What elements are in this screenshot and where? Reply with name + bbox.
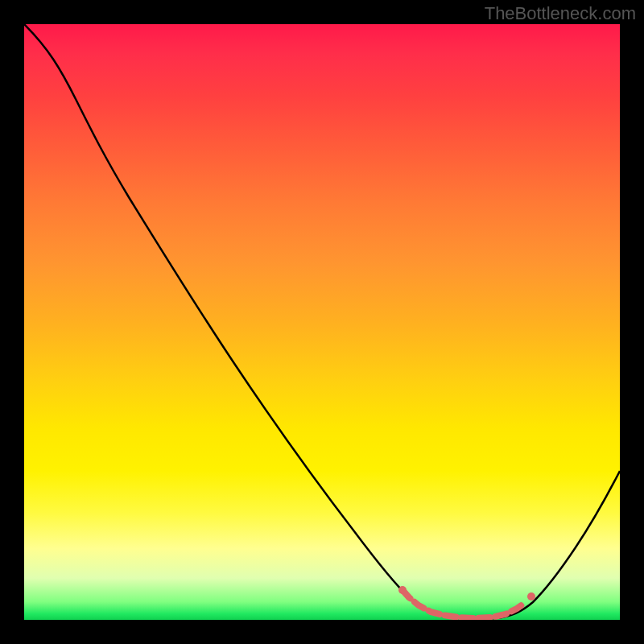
bottleneck-curve-line (24, 24, 620, 618)
chart-svg-layer (24, 24, 620, 620)
optimal-zone-dashes (402, 590, 525, 618)
attribution-label: TheBottleneck.com (485, 3, 636, 24)
chart-plot-area (24, 24, 620, 620)
marker-end-right (527, 592, 535, 601)
